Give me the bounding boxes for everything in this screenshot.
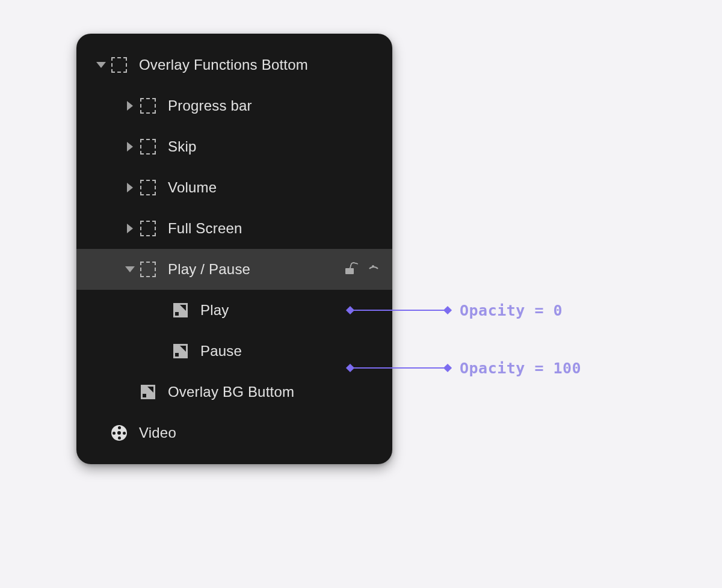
annotation-connector <box>352 367 446 369</box>
layer-row-video[interactable]: Video <box>76 412 392 453</box>
layer-row-overlay-bg-buttom[interactable]: Overlay BG Buttom <box>76 372 392 412</box>
disclosure-triangle-icon[interactable] <box>122 142 138 152</box>
annotation-diamond-icon <box>443 364 452 372</box>
layer-label: Overlay Functions Bottom <box>129 57 392 73</box>
layer-row-full-screen[interactable]: Full Screen <box>76 208 392 249</box>
disclosure-triangle-icon[interactable] <box>122 224 138 233</box>
shape-icon <box>138 385 158 399</box>
layer-row-skip[interactable]: Skip <box>76 126 392 167</box>
visibility-icon[interactable] <box>367 265 380 274</box>
layer-row-progress-bar[interactable]: Progress bar <box>76 85 392 126</box>
layer-label: Play / Pause <box>158 261 345 278</box>
group-icon <box>138 180 158 195</box>
layer-row-volume[interactable]: Volume <box>76 167 392 208</box>
layer-label: Overlay BG Buttom <box>158 384 392 400</box>
video-reel-icon <box>109 425 129 441</box>
group-icon <box>138 221 158 236</box>
layers-panel: Overlay Functions Bottom Progress bar Sk… <box>76 34 392 464</box>
layer-row-overlay-functions-bottom[interactable]: Overlay Functions Bottom <box>76 44 392 85</box>
shape-icon <box>170 303 191 317</box>
layer-row-play-pause[interactable]: Play / Pause <box>76 249 392 290</box>
group-icon <box>138 262 158 277</box>
group-icon <box>138 98 158 114</box>
disclosure-triangle-icon[interactable] <box>93 62 109 68</box>
layer-label: Volume <box>158 179 392 196</box>
disclosure-triangle-icon[interactable] <box>122 266 138 272</box>
annotation-connector <box>352 310 446 311</box>
annotation-diamond-icon <box>443 306 452 314</box>
unlock-icon[interactable] <box>345 265 359 274</box>
disclosure-triangle-icon[interactable] <box>122 101 138 111</box>
disclosure-triangle-icon[interactable] <box>122 183 138 192</box>
layer-label: Progress bar <box>158 97 392 114</box>
layer-row-play[interactable]: Play <box>76 290 392 331</box>
layer-label: Pause <box>191 343 392 360</box>
layer-label: Full Screen <box>158 220 392 237</box>
annotation-label-pause: Opacity = 100 <box>460 360 581 377</box>
annotation-label-play: Opacity = 0 <box>460 302 563 319</box>
layer-label: Skip <box>158 138 392 155</box>
group-icon <box>109 57 129 73</box>
layer-label: Video <box>129 424 392 441</box>
shape-icon <box>170 344 191 358</box>
group-icon <box>138 139 158 155</box>
layer-row-pause[interactable]: Pause <box>76 331 392 372</box>
